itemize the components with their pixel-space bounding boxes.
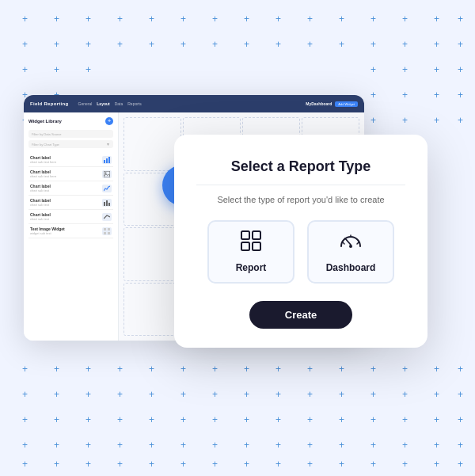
dot: + <box>458 14 463 24</box>
sidebar-item-info: Chart label chart sub text <box>30 212 99 221</box>
dot: + <box>22 40 28 49</box>
dot: + <box>86 40 91 49</box>
dot: + <box>276 440 281 450</box>
dot: + <box>276 415 281 425</box>
dot: + <box>458 415 463 425</box>
topbar-logo: Field Reporting <box>30 101 69 106</box>
dot: + <box>370 440 376 450</box>
dot: + <box>86 440 91 450</box>
report-grid-icon <box>241 230 261 256</box>
dot: + <box>22 415 28 425</box>
dot: + <box>276 40 281 49</box>
sidebar-filter[interactable]: Filter by Chart Type ▼ <box>28 140 113 148</box>
dot: + <box>86 459 91 469</box>
dot: + <box>458 390 463 399</box>
dot: + <box>307 459 313 469</box>
widget-icon <box>102 227 112 235</box>
sidebar-search-placeholder: Filter by Data Source <box>32 132 62 136</box>
topbar-nav: General Layout Data Reports <box>78 101 142 106</box>
dot: + <box>370 415 376 425</box>
dot: + <box>307 14 313 24</box>
svg-rect-14 <box>241 242 249 250</box>
dot: + <box>180 415 186 425</box>
svg-line-18 <box>343 242 344 244</box>
dot: + <box>86 415 91 425</box>
svg-rect-10 <box>104 232 106 234</box>
dot: + <box>402 440 408 450</box>
dot: + <box>244 40 249 49</box>
list-item[interactable]: Chart label chart sub text here <box>28 153 113 167</box>
dashboard-option[interactable]: Dashboard <box>307 220 394 284</box>
dot: + <box>54 390 59 399</box>
dot: + <box>434 415 439 425</box>
dot: + <box>149 390 154 399</box>
topbar-nav-data[interactable]: Data <box>115 101 124 106</box>
dashboard-gauge-icon <box>339 230 363 256</box>
sidebar-item-sub: chart sub text <box>30 188 99 192</box>
dot: + <box>339 415 344 425</box>
dot: + <box>402 459 408 469</box>
dot: + <box>54 65 59 74</box>
dot: + <box>22 14 28 24</box>
dot: + <box>458 459 463 469</box>
select-report-type-modal: Select a Report Type Select the type of … <box>174 135 428 348</box>
sidebar-search[interactable]: Filter by Data Source <box>28 130 113 138</box>
dot: + <box>149 459 154 469</box>
modal-title: Select a Report Type <box>196 158 405 175</box>
dot: + <box>307 415 313 425</box>
dot: + <box>149 40 154 49</box>
dot: + <box>54 440 59 450</box>
sidebar-item-sub: chart sub text here <box>30 174 99 178</box>
line-chart-icon <box>102 213 112 221</box>
chevron-down-icon: ▼ <box>106 142 110 147</box>
topbar-brand: MyDashboard <box>306 101 332 106</box>
list-item[interactable]: Test Image Widget widget sub text <box>28 224 113 238</box>
topbar-right: MyDashboard Add Widget <box>306 101 358 107</box>
dashboard-topbar: Field Reporting General Layout Data Repo… <box>24 95 364 112</box>
dot: + <box>117 415 123 425</box>
list-item[interactable]: Chart label chart sub text <box>28 210 113 224</box>
sidebar-item-info: Chart label chart sub text here <box>30 169 99 178</box>
dot: + <box>402 40 408 49</box>
widget-library-sidebar: Widget Library + Filter by Data Source F… <box>24 112 119 341</box>
topbar-nav-general[interactable]: General <box>78 101 93 106</box>
dot: + <box>212 459 218 469</box>
dot: + <box>244 459 249 469</box>
svg-rect-5 <box>104 202 105 206</box>
topbar-nav-layout[interactable]: Layout <box>97 101 109 106</box>
dot: + <box>458 364 463 374</box>
dot: + <box>276 459 281 469</box>
report-option[interactable]: Report <box>207 220 294 284</box>
dot: + <box>86 390 91 399</box>
dot: + <box>54 459 59 469</box>
svg-rect-6 <box>106 200 108 206</box>
topbar-widget-btn[interactable]: Add Widget <box>335 101 358 107</box>
dot: + <box>434 440 439 450</box>
report-option-label: Report <box>236 262 267 273</box>
dot: + <box>370 14 376 24</box>
svg-rect-12 <box>241 231 249 239</box>
dot: + <box>244 440 249 450</box>
list-item[interactable]: Chart label chart sub text <box>28 196 113 210</box>
dot: + <box>458 65 463 74</box>
dot: + <box>276 390 281 399</box>
dot: + <box>180 440 186 450</box>
dot: + <box>180 459 186 469</box>
dot: + <box>86 65 91 74</box>
dot: + <box>402 390 408 399</box>
svg-rect-13 <box>253 231 260 239</box>
sidebar-title: Widget Library <box>28 119 62 124</box>
sidebar-item-info: Chart label chart sub text <box>30 198 99 207</box>
dot: + <box>212 440 218 450</box>
modal-divider <box>196 185 405 185</box>
topbar-nav-reports[interactable]: Reports <box>127 101 142 106</box>
sidebar-add-button[interactable]: + <box>105 117 113 125</box>
list-item[interactable]: Chart label chart sub text here <box>28 167 113 181</box>
dot: + <box>54 14 59 24</box>
list-item[interactable]: Chart label chart sub text <box>28 181 113 196</box>
dot: + <box>339 459 344 469</box>
create-button[interactable]: Create <box>249 301 352 329</box>
svg-rect-1 <box>106 158 108 163</box>
trend-icon <box>102 185 112 192</box>
svg-point-4 <box>105 172 107 173</box>
